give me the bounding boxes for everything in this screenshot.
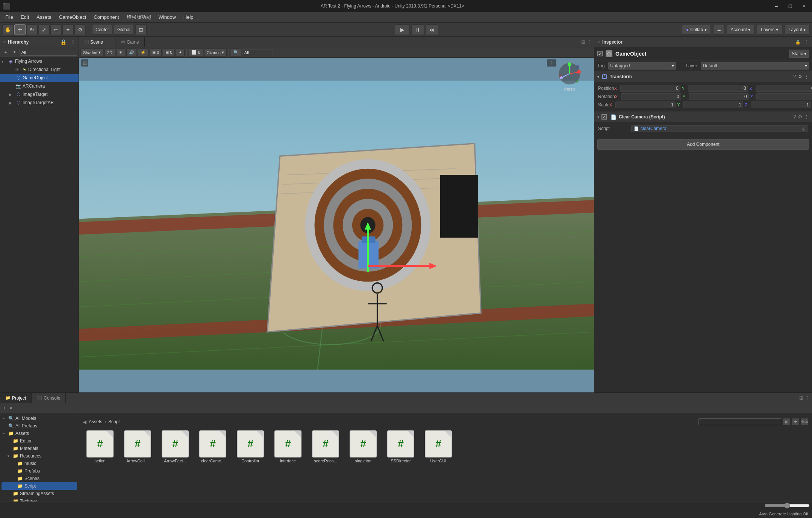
file-arrowfactory[interactable]: # ArrowFact... <box>158 429 192 465</box>
layers-button[interactable]: Layers ▾ <box>757 25 782 35</box>
folder-script[interactable]: ▾ 📁 Script <box>2 482 77 490</box>
scene-view-stats[interactable]: ✦ <box>176 48 185 57</box>
hierarchy-item-imagetarget[interactable]: ▶ ⬡ ImageTarget <box>0 90 79 98</box>
hierarchy-item-flyingarrows[interactable]: ▾ ◈ Flying Arrows <box>0 57 79 65</box>
transform-more-btn[interactable]: ⋮ <box>804 74 809 79</box>
folder-scenes[interactable]: ▾ 📁 Scenes <box>2 475 77 482</box>
static-button[interactable]: Static ▾ <box>789 50 809 58</box>
scene-corner-menu[interactable]: ⋮ <box>547 60 556 66</box>
tag-select[interactable]: Untagged ▾ <box>608 62 676 70</box>
file-action[interactable]: # action <box>83 429 117 465</box>
menu-edit[interactable]: Edit <box>17 13 33 21</box>
search-grid-view-btn[interactable]: ⊞ <box>783 418 790 425</box>
pause-button[interactable]: ⏸ <box>411 24 424 35</box>
file-scorerecorder[interactable]: # scoreReco... <box>308 429 343 465</box>
project-restore-icon[interactable]: ⊞ <box>799 395 803 401</box>
scene-lock-btn[interactable]: ⊞ <box>81 60 88 66</box>
folder-prefabs[interactable]: ▾ 📁 Prefabs <box>2 467 77 475</box>
search-scene[interactable]: 🔍 <box>231 48 241 57</box>
script-select-btn[interactable]: ◎ <box>802 127 806 131</box>
project-menu-icon[interactable]: ⋮ <box>805 395 810 401</box>
folder-textures[interactable]: ▾ 📁 Textures <box>2 497 77 501</box>
shading-dropdown[interactable]: Shaded ▾ <box>80 48 103 57</box>
folder-streamingassets[interactable]: ▾ 📁 StreamingAssets <box>2 490 77 497</box>
scene-search-input[interactable] <box>242 49 273 56</box>
clearcamera-header[interactable]: ▾ ✓ 📄 Clear Camera (Script) ? ⚙ ⋮ <box>594 112 812 122</box>
pos-y-input[interactable] <box>688 85 748 92</box>
rot-x-input[interactable] <box>621 93 681 100</box>
layout-button[interactable]: Layout ▾ <box>785 25 810 35</box>
pos-z-input[interactable] <box>756 85 812 92</box>
collab-button[interactable]: ● Collab ▾ <box>682 25 711 35</box>
go-active-checkbox[interactable]: ✓ <box>597 51 603 56</box>
file-ssdirector[interactable]: # SSDirector <box>383 429 418 465</box>
file-clearcamera[interactable]: # clearCame... <box>195 429 230 465</box>
perspective-gizmo[interactable]: Persp <box>556 62 583 92</box>
project-search-input[interactable] <box>698 418 781 425</box>
rect-tool[interactable]: ▭ <box>50 24 62 35</box>
hierarchy-item-directionallight[interactable]: ▾ 👁 ☀ Directional Light <box>0 65 79 74</box>
hide-toggle[interactable]: ⬜ 0 <box>189 48 203 57</box>
maximize-button[interactable]: □ <box>785 1 795 11</box>
file-arrowcollider[interactable]: # ArrowColli... <box>120 429 155 465</box>
folder-resources[interactable]: ▾ 📁 Resources <box>2 452 77 460</box>
inspector-lock-btn[interactable]: 🔒 <box>795 39 801 45</box>
breadcrumb-script[interactable]: Script <box>108 419 120 424</box>
sc-y-input[interactable] <box>683 101 743 108</box>
hierarchy-add-btn[interactable]: + <box>2 48 10 56</box>
audio-toggle[interactable]: 🔊 <box>126 48 137 57</box>
grid-snap-btn[interactable]: ⊞ <box>135 24 147 35</box>
file-controllor[interactable]: # Controllor <box>233 429 268 465</box>
2d-toggle[interactable]: 2D <box>105 48 115 57</box>
scale-tool[interactable]: ⤢ <box>38 24 50 35</box>
hierarchy-item-gameobject[interactable]: ▾ ⬡ GameObject <box>0 74 79 82</box>
scene-tab-menu[interactable]: ⋮ <box>106 40 110 44</box>
clearcamera-more-btn[interactable]: ⋮ <box>804 114 809 120</box>
console-tab[interactable]: ⬛ Console <box>32 393 66 403</box>
transform-tool[interactable]: ✦ <box>62 24 74 35</box>
scene-view-effects[interactable]: ⊞ 0 <box>150 48 162 57</box>
hierarchy-search[interactable] <box>20 49 77 56</box>
fx-toggle[interactable]: ⚡ <box>138 48 148 57</box>
menu-assets[interactable]: Assets <box>33 13 55 21</box>
transform-header[interactable]: ▾ Transform ? ⚙ ⋮ <box>594 71 812 82</box>
minimize-button[interactable]: – <box>771 1 782 11</box>
file-usergui[interactable]: # UserGUI <box>421 429 456 465</box>
menu-file[interactable]: File <box>2 13 17 21</box>
cloud-button[interactable]: ☁ <box>713 25 724 35</box>
breadcrumb-back-arrow[interactable]: ◀ <box>83 419 86 425</box>
hierarchy-item-arcamera[interactable]: ▾ 📷 ARCamera <box>0 82 79 90</box>
step-button[interactable]: ⏭ <box>426 24 438 35</box>
lighting-toggle[interactable]: ☀ <box>116 48 125 57</box>
sc-z-input[interactable] <box>751 101 811 108</box>
sc-x-input[interactable] <box>615 101 676 108</box>
folder-allmodels[interactable]: ▾ 🔍 All Models <box>2 415 77 422</box>
rot-z-input[interactable] <box>756 93 812 100</box>
move-tool[interactable]: ✛ <box>14 24 26 35</box>
hierarchy-menu-icon[interactable]: ⋮ <box>70 39 76 45</box>
rotate-tool[interactable]: ↻ <box>26 24 38 35</box>
search-favorite-btn[interactable]: ★ <box>792 418 799 425</box>
custom-tool[interactable]: ⚙ <box>74 24 86 35</box>
project-tab[interactable]: 📁 Project <box>0 393 32 403</box>
menu-enhanced[interactable]: 增强版功能 <box>123 12 155 22</box>
clearcamera-help-btn[interactable]: ? <box>793 114 796 120</box>
persp-label[interactable]: Persp <box>564 87 575 91</box>
gizmos-dropdown[interactable]: Gizmos ▾ <box>204 48 227 57</box>
folder-materials[interactable]: ▾ 📁 Materials <box>2 445 77 452</box>
scene-view[interactable]: Persp ⊞ ⋮ <box>79 58 594 392</box>
layer-select[interactable]: Default ▾ <box>701 62 809 70</box>
project-zoom-slider[interactable] <box>765 503 810 509</box>
inspector-menu-icon[interactable]: ⋮ <box>804 39 809 45</box>
rot-y-input[interactable] <box>689 93 749 100</box>
menu-help[interactable]: Help <box>180 13 197 21</box>
pos-x-input[interactable] <box>620 85 680 92</box>
project-add-btn[interactable]: + <box>2 404 7 412</box>
file-singleton[interactable]: # singleton <box>346 429 380 465</box>
search-filter-btn[interactable]: ⚙16 <box>801 418 808 425</box>
pivot-toggle[interactable]: Center <box>92 25 112 35</box>
project-filter-btn[interactable]: ▾ <box>8 404 14 412</box>
close-button[interactable]: × <box>798 1 809 11</box>
menu-gameobject[interactable]: GameObject <box>55 13 90 21</box>
menu-window[interactable]: Window <box>155 13 180 21</box>
